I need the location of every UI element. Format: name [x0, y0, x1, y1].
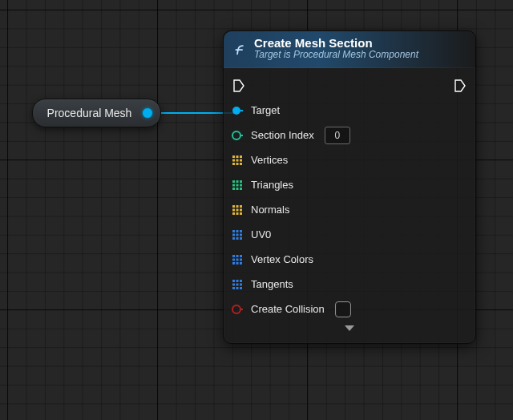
svg-rect-15: [236, 184, 239, 186]
svg-rect-30: [236, 230, 239, 232]
node-body: Target Section Index 0: [224, 68, 475, 343]
svg-rect-33: [236, 233, 239, 236]
svg-rect-52: [240, 283, 242, 285]
bool-pin-icon: [232, 304, 243, 315]
pin-label: UV0: [251, 228, 271, 240]
svg-rect-28: [240, 212, 242, 215]
pin-row-vertex-colors: Vertex Colors: [232, 247, 467, 272]
pin-row-uv0: UV0: [232, 222, 467, 247]
output-pin-procedural-mesh[interactable]: [135, 99, 160, 127]
chevron-down-icon: [344, 325, 355, 333]
array-pin-icon: [232, 155, 243, 166]
svg-rect-54: [236, 287, 239, 289]
svg-point-1: [232, 131, 240, 139]
svg-rect-39: [236, 255, 239, 257]
svg-rect-36: [236, 237, 239, 240]
svg-rect-16: [240, 184, 242, 186]
svg-rect-25: [240, 208, 242, 211]
input-pin-normals[interactable]: [232, 204, 243, 216]
svg-rect-38: [232, 255, 235, 257]
svg-rect-37: [240, 237, 242, 240]
svg-rect-42: [236, 258, 239, 260]
svg-rect-23: [232, 208, 235, 211]
pin-row-triangles: Triangles: [232, 172, 467, 197]
object-pin-icon: [142, 107, 153, 119]
svg-rect-27: [236, 212, 239, 215]
pin-label: Normals: [251, 204, 289, 216]
node-create-mesh-section[interactable]: Create Mesh Section Target is Procedural…: [223, 30, 476, 344]
pin-label: Section Index: [251, 129, 314, 141]
svg-rect-12: [236, 180, 239, 183]
svg-rect-5: [232, 159, 235, 161]
expand-node-button[interactable]: [344, 323, 355, 335]
exec-row: [232, 73, 467, 98]
svg-rect-34: [240, 233, 242, 236]
svg-rect-4: [240, 155, 242, 158]
expand-node-row: [232, 321, 467, 340]
input-pin-vertices[interactable]: [232, 155, 243, 166]
svg-rect-8: [232, 163, 235, 165]
array-pin-icon: [232, 229, 243, 240]
svg-rect-47: [232, 280, 235, 282]
svg-rect-32: [232, 233, 235, 236]
input-pin-vertex-colors[interactable]: [232, 254, 243, 265]
pin-label: Vertices: [251, 154, 288, 166]
create-collision-checkbox[interactable]: [335, 301, 351, 317]
svg-rect-6: [236, 159, 239, 161]
svg-rect-11: [232, 180, 235, 183]
svg-rect-43: [240, 258, 242, 260]
svg-rect-35: [232, 237, 235, 240]
pin-row-vertices: Vertices: [232, 147, 467, 172]
node-header[interactable]: Create Mesh Section Target is Procedural…: [224, 31, 475, 68]
pin-label: Target: [251, 104, 280, 116]
input-pin-uv0[interactable]: [232, 229, 243, 240]
svg-rect-46: [240, 262, 242, 265]
pin-label: Vertex Colors: [251, 253, 313, 265]
array-pin-icon: [232, 180, 243, 191]
svg-point-0: [232, 107, 240, 115]
node-variable-procedural-mesh[interactable]: Procedural Mesh: [32, 99, 161, 127]
blueprint-graph-canvas[interactable]: Procedural Mesh Create Mesh Section Targ…: [0, 0, 513, 420]
variable-label: Procedural Mesh: [33, 107, 135, 119]
input-pin-target[interactable]: [232, 105, 243, 116]
svg-rect-50: [232, 283, 235, 285]
input-pin-section-index[interactable]: [232, 130, 243, 141]
svg-rect-20: [232, 205, 235, 208]
svg-rect-19: [240, 188, 242, 190]
input-pin-tangents[interactable]: [232, 279, 243, 290]
input-pin-triangles[interactable]: [232, 180, 243, 191]
object-pin-icon: [232, 105, 243, 116]
svg-rect-31: [240, 230, 242, 232]
node-title: Create Mesh Section: [254, 36, 418, 50]
svg-rect-10: [240, 163, 242, 165]
pin-row-tangents: Tangents: [232, 272, 467, 297]
svg-rect-18: [236, 188, 239, 190]
exec-pin-icon: [454, 79, 466, 92]
svg-rect-7: [240, 159, 242, 161]
svg-rect-48: [236, 280, 239, 282]
array-pin-icon: [232, 279, 243, 290]
pin-label: Triangles: [251, 179, 293, 191]
section-index-input[interactable]: 0: [325, 127, 350, 144]
svg-rect-26: [232, 212, 235, 215]
pin-row-target: Target: [232, 98, 467, 123]
pin-row-normals: Normals: [232, 197, 467, 222]
svg-point-56: [232, 305, 240, 313]
svg-rect-14: [232, 184, 235, 186]
array-pin-icon: [232, 254, 243, 265]
svg-rect-53: [232, 287, 235, 289]
svg-rect-9: [236, 163, 239, 165]
svg-rect-44: [232, 262, 235, 265]
svg-rect-40: [240, 255, 242, 257]
pin-label: Tangents: [251, 278, 293, 290]
svg-rect-22: [240, 205, 242, 208]
input-pin-create-collision[interactable]: [232, 304, 243, 315]
svg-rect-2: [232, 155, 235, 158]
svg-rect-41: [232, 258, 235, 260]
pin-row-section-index: Section Index 0: [232, 123, 467, 147]
svg-rect-13: [240, 180, 242, 183]
svg-rect-24: [236, 208, 239, 211]
exec-in-pin[interactable]: [233, 80, 244, 91]
svg-rect-29: [232, 230, 235, 232]
exec-out-pin[interactable]: [454, 80, 466, 91]
